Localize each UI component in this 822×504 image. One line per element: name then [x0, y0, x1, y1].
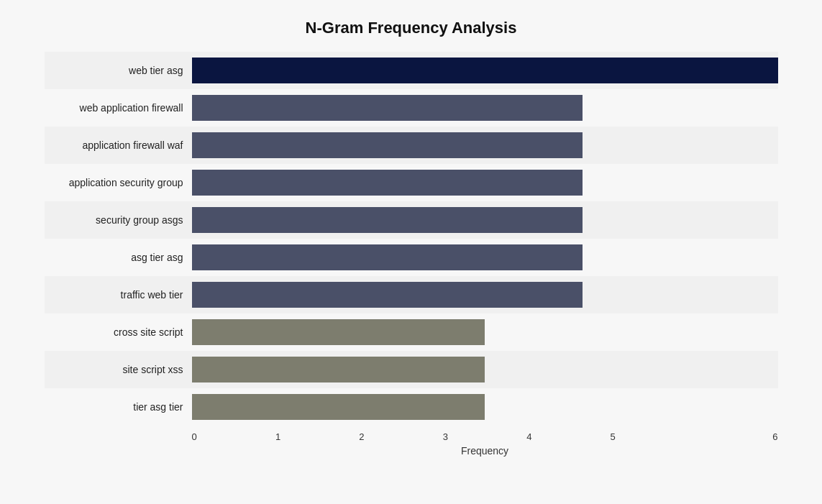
- bar-row: site script xss: [45, 351, 778, 388]
- bar-row: asg tier asg: [45, 239, 778, 276]
- x-axis-tick: 0: [192, 431, 275, 442]
- bar-wrapper: [192, 132, 778, 158]
- bar-row: security group asgs: [45, 201, 778, 239]
- bar-row: application firewall waf: [45, 127, 778, 164]
- chart-area: web tier asgweb application firewallappl…: [45, 52, 778, 426]
- bar-label: web application firewall: [45, 102, 192, 114]
- bar: [192, 170, 583, 196]
- bar-row: web tier asg: [45, 52, 778, 89]
- bar-wrapper: [192, 244, 778, 270]
- x-axis-label: Frequency: [192, 445, 778, 457]
- bar-wrapper: [192, 95, 778, 121]
- bar: [192, 319, 485, 345]
- bar-wrapper: [192, 170, 778, 196]
- bar-label: site script xss: [45, 364, 192, 375]
- x-axis-tick: 5: [611, 431, 694, 442]
- bar-wrapper: [192, 58, 778, 83]
- bar-row: traffic web tier: [45, 276, 778, 313]
- bar: [192, 244, 583, 270]
- bar-label: application firewall waf: [45, 139, 192, 151]
- x-axis-tick: 2: [359, 431, 442, 442]
- bar-label: traffic web tier: [45, 289, 192, 301]
- chart-title: N-Gram Frequency Analysis: [45, 19, 778, 37]
- x-axis-container: 0123456 Frequency: [192, 431, 778, 457]
- bar: [192, 394, 485, 420]
- bar-row: tier asg tier: [45, 388, 778, 426]
- bar: [192, 357, 485, 382]
- bar-row: application security group: [45, 164, 778, 201]
- bar-label: asg tier asg: [45, 252, 192, 263]
- x-axis-tick: 4: [526, 431, 610, 442]
- bar: [192, 58, 778, 83]
- bar: [192, 95, 583, 121]
- chart-container: N-Gram Frequency Analysis web tier asgwe…: [16, 4, 807, 500]
- x-axis-tick: 1: [275, 431, 359, 442]
- bar: [192, 207, 583, 233]
- bar-label: tier asg tier: [45, 401, 192, 413]
- x-axis-tick: 3: [443, 431, 526, 442]
- bar-wrapper: [192, 394, 778, 420]
- bar-wrapper: [192, 207, 778, 233]
- bar-wrapper: [192, 319, 778, 345]
- x-axis-tick: 6: [694, 431, 777, 442]
- bar: [192, 282, 583, 308]
- bar-label: web tier asg: [45, 65, 192, 76]
- bar: [192, 132, 583, 158]
- bar-row: web application firewall: [45, 89, 778, 127]
- x-axis-ticks: 0123456: [192, 431, 778, 442]
- bar-label: application security group: [45, 177, 192, 188]
- bar-label: cross site script: [45, 326, 192, 338]
- bar-row: cross site script: [45, 313, 778, 351]
- bar-wrapper: [192, 357, 778, 382]
- bar-label: security group asgs: [45, 214, 192, 226]
- bar-wrapper: [192, 282, 778, 308]
